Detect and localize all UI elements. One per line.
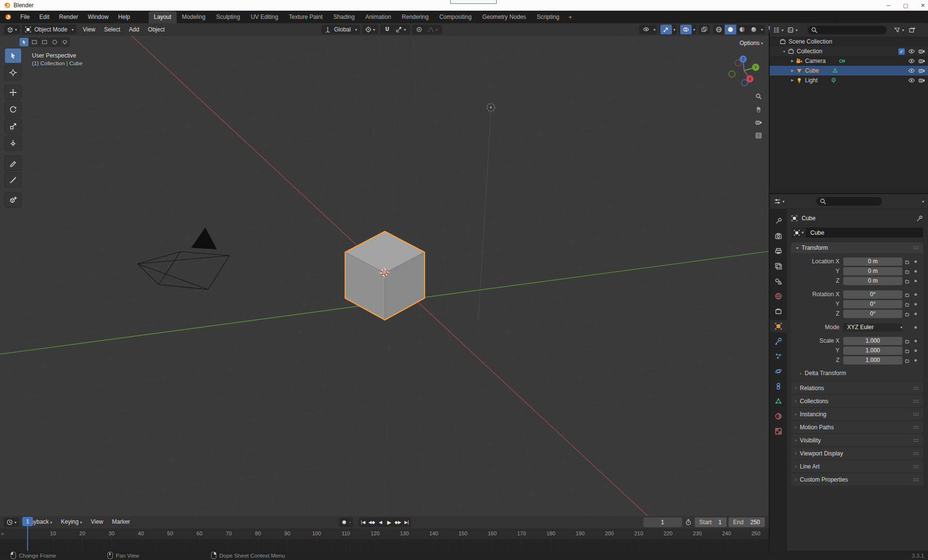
animate-dot[interactable] xyxy=(914,303,917,305)
value-field[interactable]: 0° xyxy=(843,310,902,318)
auto-keying-toggle[interactable]: ▾ xyxy=(339,517,353,527)
disable-in-renders-icon[interactable] xyxy=(918,58,925,64)
outliner-row-light[interactable]: ▶Light xyxy=(770,76,928,85)
panel-relations[interactable]: ›Relations xyxy=(791,382,923,394)
tool-measure[interactable] xyxy=(5,173,21,187)
tab-rendering[interactable]: Rendering xyxy=(396,11,434,23)
shading-material-button[interactable] xyxy=(736,25,748,34)
panel-instancing[interactable]: ›Instancing xyxy=(791,408,923,420)
hide-in-viewport-icon[interactable] xyxy=(908,58,915,64)
menu-render[interactable]: Render xyxy=(54,14,83,20)
animate-dot[interactable] xyxy=(914,260,917,263)
hide-in-viewport-icon[interactable] xyxy=(908,77,915,84)
timeline-track-area[interactable] xyxy=(0,539,769,551)
lock-icon[interactable] xyxy=(902,301,912,307)
tab-compositing[interactable]: Compositing xyxy=(434,11,477,23)
navigation-gizmo[interactable]: Z Y X xyxy=(726,52,762,89)
prev-frame-button[interactable]: ◀ xyxy=(376,517,385,527)
timeline-ruler[interactable]: 1020304050607080901001101201301401501601… xyxy=(0,529,769,540)
snap-toggle[interactable] xyxy=(381,25,393,34)
panel-line-art[interactable]: ›Line Art xyxy=(791,460,923,472)
properties-tab-output[interactable] xyxy=(770,245,787,257)
value-field[interactable]: 1.000 xyxy=(843,347,902,355)
value-field[interactable]: 1.000 xyxy=(843,356,902,364)
tool-annotate[interactable] xyxy=(5,156,21,170)
panel-viewport-display[interactable]: ›Viewport Display xyxy=(791,447,923,459)
timeline-menu-view[interactable]: View xyxy=(86,515,107,529)
end-frame-field[interactable]: End250 xyxy=(729,517,765,527)
animate-dot[interactable] xyxy=(914,270,917,272)
animate-dot[interactable] xyxy=(914,293,917,296)
tab-texture-paint[interactable]: Texture Paint xyxy=(284,11,328,23)
filter-dropdown[interactable]: ▾ xyxy=(892,25,906,35)
jump-to-start-button[interactable]: |◀ xyxy=(359,517,367,527)
tab-animation[interactable]: Animation xyxy=(360,11,396,23)
expand-channels-icon[interactable]: » xyxy=(1,530,4,536)
tab-layout[interactable]: Layout xyxy=(149,11,177,23)
tab-geometry-nodes[interactable]: Geometry Nodes xyxy=(477,11,532,23)
properties-tab-constraints[interactable] xyxy=(770,380,787,393)
properties-tab-render[interactable] xyxy=(770,230,787,242)
outliner-search-input[interactable] xyxy=(807,26,887,34)
camera-view-icon[interactable] xyxy=(755,119,762,126)
tab-sculpting[interactable]: Sculpting xyxy=(211,11,245,23)
tab-modeling[interactable]: Modeling xyxy=(177,11,211,23)
add-workspace-button[interactable]: + xyxy=(565,12,576,23)
orthographic-toggle-icon[interactable] xyxy=(755,132,762,139)
animate-dot[interactable] xyxy=(914,340,917,342)
menu-file[interactable]: File xyxy=(15,14,34,20)
properties-search-input[interactable] xyxy=(816,197,882,206)
pivot-dropdown[interactable]: ▾ xyxy=(362,25,378,34)
value-field[interactable]: 1.000 xyxy=(843,337,902,345)
viewport-canvas[interactable]: User Perspective (1) Collection | Cube O… xyxy=(0,36,769,516)
properties-tab-data[interactable] xyxy=(770,395,787,408)
maximize-button[interactable]: ▢ xyxy=(903,2,908,9)
exclude-checkbox[interactable]: ✓ xyxy=(898,48,905,55)
disable-in-renders-icon[interactable] xyxy=(918,48,925,55)
value-field[interactable]: 0 m xyxy=(843,257,902,266)
disable-in-renders-icon[interactable] xyxy=(918,77,925,84)
playhead[interactable]: 1 xyxy=(22,517,33,526)
tool-move[interactable] xyxy=(5,85,21,100)
properties-tab-world[interactable] xyxy=(770,290,787,303)
prev-keyframe-button[interactable]: ◀◆ xyxy=(367,517,376,527)
timeline-menu-marker[interactable]: Marker xyxy=(107,515,134,529)
panel-motion-paths[interactable]: ›Motion Paths xyxy=(791,421,923,433)
outliner-row-scene-collection[interactable]: Scene Collection xyxy=(770,37,928,46)
delta-transform-panel[interactable]: ›Delta Transform xyxy=(800,368,923,378)
tool-rotate[interactable] xyxy=(5,102,21,117)
hide-in-viewport-icon[interactable] xyxy=(908,48,915,55)
properties-options-dropdown[interactable]: ▾ xyxy=(922,199,924,204)
lock-icon[interactable] xyxy=(902,277,912,284)
select-mode-2[interactable] xyxy=(40,38,49,46)
tool-scale[interactable] xyxy=(5,119,21,134)
properties-editor-type-button[interactable]: ▾ xyxy=(774,197,785,206)
tab-uv-editing[interactable]: UV Editing xyxy=(245,11,284,23)
select-mode-1[interactable] xyxy=(30,38,39,46)
tool-add-cube[interactable] xyxy=(5,193,21,207)
animate-dot[interactable] xyxy=(914,280,917,282)
outliner-row-cube[interactable]: ▶Cube xyxy=(770,66,928,76)
disclosure-icon[interactable]: ▶ xyxy=(789,78,796,82)
viewport-menu-view[interactable]: View xyxy=(78,23,100,36)
tool-transform[interactable] xyxy=(5,136,21,151)
viewport-menu-select[interactable]: Select xyxy=(100,23,124,36)
properties-tab-scene[interactable] xyxy=(770,275,787,288)
animate-dot[interactable] xyxy=(914,359,917,362)
animate-dot[interactable] xyxy=(914,349,917,352)
menu-edit[interactable]: Edit xyxy=(34,14,54,20)
viewport-menu-add[interactable]: Add xyxy=(124,23,143,36)
select-mode-0[interactable] xyxy=(19,38,29,46)
shading-solid-button[interactable] xyxy=(725,25,736,34)
value-field[interactable]: 0 m xyxy=(843,277,902,285)
jump-to-end-button[interactable]: ▶| xyxy=(402,517,411,527)
lock-icon[interactable] xyxy=(902,347,912,354)
panel-collections[interactable]: ›Collections xyxy=(791,395,923,407)
transform-panel-header[interactable]: ▾ Transform xyxy=(791,242,923,253)
select-mode-3[interactable] xyxy=(50,38,59,46)
next-keyframe-button[interactable]: ◆▶ xyxy=(394,517,402,527)
object-name-field[interactable]: ▾ Cube xyxy=(791,227,923,238)
properties-tab-particles[interactable] xyxy=(770,350,787,363)
value-field[interactable]: 0° xyxy=(843,290,902,299)
disclosure-icon[interactable]: ▼ xyxy=(781,50,788,53)
